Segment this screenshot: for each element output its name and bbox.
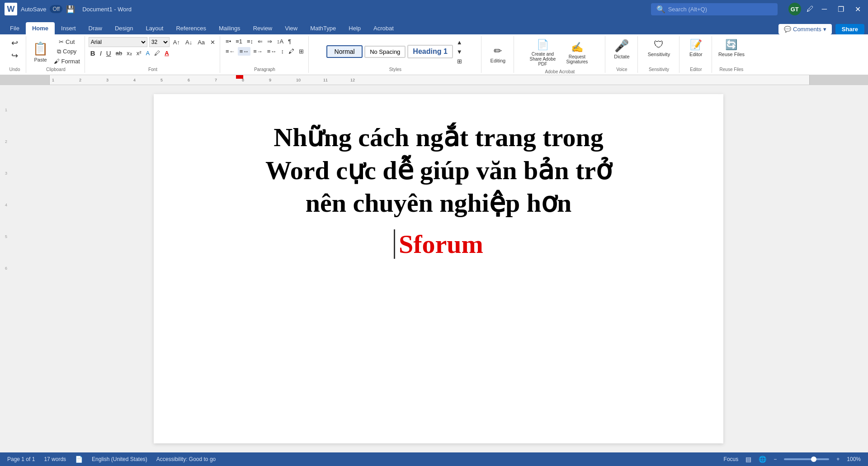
settings-icon[interactable]: 🖊 — [807, 5, 814, 13]
ribbon-toolbar: ↩ ↪ Undo 📋 Paste ✂ Cut ⧉ Copy 🖌 Format C… — [0, 34, 868, 75]
strikethrough-button[interactable]: ab — [114, 49, 124, 57]
plus-zoom-icon[interactable]: + — [836, 456, 840, 462]
font-color-button[interactable]: A — [163, 49, 170, 57]
request-signatures-button[interactable]: ✍ Request Signatures — [561, 40, 593, 66]
tab-file[interactable]: File — [4, 22, 26, 34]
word-logo: W — [5, 3, 17, 15]
tab-view[interactable]: View — [278, 22, 304, 34]
ruler: 1 2 3 4 5 6 7 8 9 10 11 12 — [0, 75, 868, 85]
tab-mathtype[interactable]: MathType — [304, 22, 342, 34]
ruler-mark-4: 4 — [133, 78, 136, 82]
case-button[interactable]: Aa — [196, 38, 207, 47]
focus-label[interactable]: Focus — [724, 456, 739, 462]
underline-button[interactable]: U — [104, 48, 113, 58]
tab-insert[interactable]: Insert — [55, 22, 82, 34]
tab-acrobat[interactable]: Acrobat — [367, 22, 400, 34]
tab-home[interactable]: Home — [26, 22, 55, 34]
style-normal[interactable]: Normal — [326, 45, 363, 58]
marks-icon: 📄 — [75, 456, 83, 463]
text-effects-button[interactable]: A — [144, 49, 151, 57]
search-input[interactable] — [668, 6, 768, 13]
paste-button[interactable]: 📋 Paste — [30, 39, 51, 64]
borders-button[interactable]: ⊞ — [297, 47, 306, 56]
close-button[interactable]: ✕ — [852, 5, 863, 14]
numbering-button[interactable]: ≡1 — [234, 37, 244, 46]
multilevel-button[interactable]: ≡↕ — [245, 37, 255, 46]
align-center-button[interactable]: ≡↔ — [238, 47, 251, 56]
search-bar[interactable]: 🔍 — [651, 3, 778, 15]
search-icon: 🔍 — [656, 5, 665, 14]
align-right-button[interactable]: ≡→ — [251, 47, 264, 56]
show-marks-button[interactable]: ¶ — [286, 37, 293, 46]
title-bar-right: GT 🖊 ─ ❐ ✕ — [788, 3, 863, 15]
tab-design[interactable]: Design — [108, 22, 139, 34]
font-row1: Arial 32 A↑ A↓ Aa ✕ — [89, 37, 217, 47]
bold-button[interactable]: B — [89, 48, 97, 58]
tab-mailings[interactable]: Mailings — [212, 22, 247, 34]
font-size-select[interactable]: 32 — [149, 37, 170, 47]
redo-button[interactable]: ↪ — [9, 50, 20, 62]
styles-scroll-up[interactable]: ▲ — [455, 38, 464, 47]
share-button[interactable]: Share — [835, 24, 864, 34]
web-layout-button[interactable]: 🌐 — [759, 456, 766, 463]
restore-button[interactable]: ❐ — [835, 5, 847, 14]
tab-review[interactable]: Review — [247, 22, 279, 34]
superscript-button[interactable]: x² — [135, 49, 143, 57]
clear-formatting-button[interactable]: ✕ — [208, 38, 217, 47]
cut-button[interactable]: ✂ Cut — [52, 38, 82, 46]
tab-layout[interactable]: Layout — [139, 22, 170, 34]
style-heading1[interactable]: Heading 1 — [407, 45, 453, 58]
tab-draw[interactable]: Draw — [82, 22, 108, 34]
styles-scroll-down[interactable]: ▼ — [455, 48, 464, 56]
italic-button[interactable]: I — [98, 48, 104, 58]
document-scroll[interactable]: Những cách ngắt trang trong Word cực dễ … — [9, 85, 868, 452]
undo-button[interactable]: ↩ — [9, 37, 20, 49]
zoom-slider[interactable] — [784, 458, 829, 460]
paragraph-row1: ≡• ≡1 ≡↕ ⇐ ⇒ ↕A ¶ — [224, 37, 306, 46]
bullets-button[interactable]: ≡• — [224, 37, 233, 46]
autosave-toggle[interactable]: Off — [50, 5, 62, 13]
align-left-button[interactable]: ≡← — [224, 47, 237, 56]
sensitivity-button[interactable]: 🛡 Sensitivity — [645, 37, 673, 66]
font-name-select[interactable]: Arial — [89, 37, 147, 47]
minimize-button[interactable]: ─ — [819, 5, 830, 13]
copy-button[interactable]: ⧉ Copy — [52, 47, 82, 56]
increase-indent-button[interactable]: ⇒ — [265, 37, 274, 46]
avatar[interactable]: GT — [788, 3, 801, 15]
autosave-label: AutoSave — [21, 6, 46, 13]
document-page[interactable]: Những cách ngắt trang trong Word cực dễ … — [154, 94, 723, 443]
sensitivity-icon: 🛡 — [654, 39, 664, 51]
save-icon[interactable]: 💾 — [66, 5, 75, 14]
minus-zoom-icon[interactable]: − — [774, 456, 777, 462]
ruler-mark-12: 12 — [350, 78, 355, 82]
comments-button[interactable]: 💬 Comments ▾ — [778, 24, 832, 34]
subscript-button[interactable]: x₂ — [125, 49, 134, 57]
decrease-indent-button[interactable]: ⇐ — [256, 37, 264, 46]
highlight-button[interactable]: 🖊 — [152, 49, 162, 57]
shading-button[interactable]: 🖍 — [287, 47, 296, 56]
ribbon-group-editing: ✏ Editing — [482, 36, 514, 73]
styles-more[interactable]: ⊞ — [455, 57, 464, 66]
style-no-spacing[interactable]: No Spacing — [364, 46, 406, 58]
reuse-files-button[interactable]: 🔄 Reuse Files — [716, 37, 747, 66]
ruler-mark-9: 9 — [269, 78, 271, 82]
signature-icon: ✍ — [571, 42, 583, 53]
create-share-pdf-button[interactable]: 📄 Create and Share Adobe PDF — [526, 37, 559, 68]
format-painter-button[interactable]: 🖌 Format — [52, 57, 82, 66]
tab-references[interactable]: References — [170, 22, 212, 34]
create-pdf-label: Create and Share Adobe PDF — [529, 52, 556, 67]
comments-label: Comments — [793, 26, 821, 33]
print-layout-button[interactable]: ▤ — [745, 456, 751, 463]
document-title: Những cách ngắt trang trong Word cực dễ … — [190, 121, 687, 220]
editor-button[interactable]: 📝 Editor — [687, 37, 705, 66]
title-line2: Word cực dễ giúp văn bản trở — [265, 156, 612, 185]
editing-button[interactable]: ✏ Editing — [488, 43, 509, 65]
sort-button[interactable]: ↕A — [275, 37, 285, 46]
grow-font-button[interactable]: A↑ — [171, 38, 182, 47]
tab-help[interactable]: Help — [342, 22, 367, 34]
justify-button[interactable]: ≡↔ — [265, 47, 278, 56]
styles-scroll: ▲ ▼ ⊞ — [455, 38, 464, 66]
dictate-button[interactable]: 🎤 Dictate — [611, 37, 632, 66]
shrink-font-button[interactable]: A↓ — [184, 38, 194, 47]
line-spacing-button[interactable]: ↕ — [279, 47, 286, 56]
